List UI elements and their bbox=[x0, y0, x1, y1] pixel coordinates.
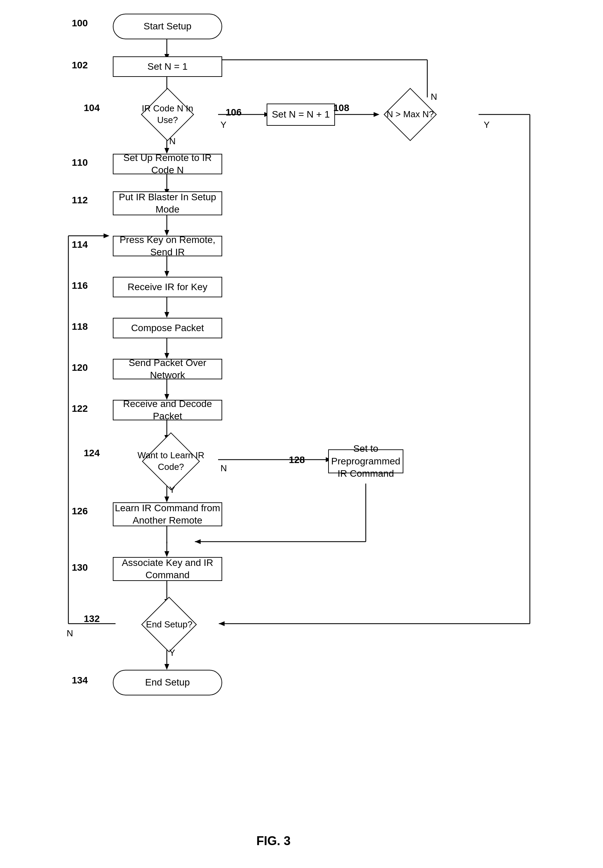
ref-114: 114 bbox=[72, 239, 88, 250]
ref-124: 124 bbox=[84, 448, 100, 459]
want-learn-diamond: Want to Learn IR Code? bbox=[133, 441, 209, 482]
n-label-108: N bbox=[431, 91, 437, 102]
flowchart-diagram: Start Setup 100 Set N = 1 102 IR Code N … bbox=[0, 0, 603, 868]
y-label-132: Y bbox=[169, 647, 175, 658]
y-label-108: Y bbox=[484, 120, 490, 130]
arrows-svg bbox=[0, 0, 603, 868]
compose-packet-node: Compose Packet bbox=[113, 318, 222, 338]
ir-code-in-use-diamond: IR Code N In Use? bbox=[133, 96, 202, 133]
learn-ir-node: Learn IR Command from Another Remote bbox=[113, 502, 222, 526]
svg-marker-47 bbox=[219, 621, 224, 626]
ref-112: 112 bbox=[72, 195, 88, 206]
ref-102: 102 bbox=[72, 60, 88, 71]
ref-132: 132 bbox=[84, 613, 100, 624]
svg-marker-35 bbox=[164, 551, 169, 557]
svg-marker-27 bbox=[164, 497, 169, 502]
receive-ir-node: Receive IR for Key bbox=[113, 277, 222, 297]
press-key-node: Press Key on Remote, Send IR bbox=[113, 236, 222, 256]
ref-110: 110 bbox=[72, 157, 88, 168]
ref-100: 100 bbox=[72, 18, 88, 29]
svg-marker-19 bbox=[164, 312, 169, 318]
ref-108: 108 bbox=[333, 102, 349, 113]
ref-134: 134 bbox=[72, 675, 88, 686]
ref-120: 120 bbox=[72, 362, 88, 373]
preprogrammed-node: Set to Preprogrammed IR Command bbox=[328, 449, 404, 473]
associate-node: Associate Key and IR Command bbox=[113, 557, 222, 581]
ref-106: 106 bbox=[226, 107, 242, 118]
set-n-node: Set N = 1 bbox=[113, 56, 222, 77]
n-label-132: N bbox=[66, 628, 73, 639]
ref-126: 126 bbox=[72, 506, 88, 517]
svg-marker-17 bbox=[164, 271, 169, 277]
ref-116: 116 bbox=[72, 280, 88, 291]
y-label-104: Y bbox=[221, 120, 226, 130]
start-setup-node: Start Setup bbox=[113, 14, 222, 39]
ref-104: 104 bbox=[84, 102, 100, 113]
ref-122: 122 bbox=[72, 403, 88, 414]
ref-130: 130 bbox=[72, 562, 88, 573]
ref-128: 128 bbox=[289, 454, 305, 465]
set-up-remote-node: Set Up Remote to IR Code N bbox=[113, 154, 222, 174]
svg-marker-39 bbox=[164, 664, 169, 670]
end-setup-q-diamond: End Setup? bbox=[133, 605, 205, 644]
send-packet-node: Send Packet Over Network bbox=[113, 359, 222, 379]
n-label-124: N bbox=[221, 463, 227, 474]
fig-label: FIG. 3 bbox=[257, 834, 291, 848]
put-ir-blaster-node: Put IR Blaster In Setup Mode bbox=[113, 192, 222, 215]
ref-118: 118 bbox=[72, 321, 88, 332]
y-label-124: Y bbox=[169, 485, 175, 495]
set-n-plus1-node: Set N = N + 1 bbox=[267, 103, 335, 126]
n-label-104: N bbox=[169, 136, 176, 147]
svg-marker-43 bbox=[104, 233, 110, 238]
end-setup-node: End Setup bbox=[113, 670, 222, 695]
receive-decode-node: Receive and Decode Packet bbox=[113, 400, 222, 420]
svg-marker-32 bbox=[195, 539, 201, 544]
